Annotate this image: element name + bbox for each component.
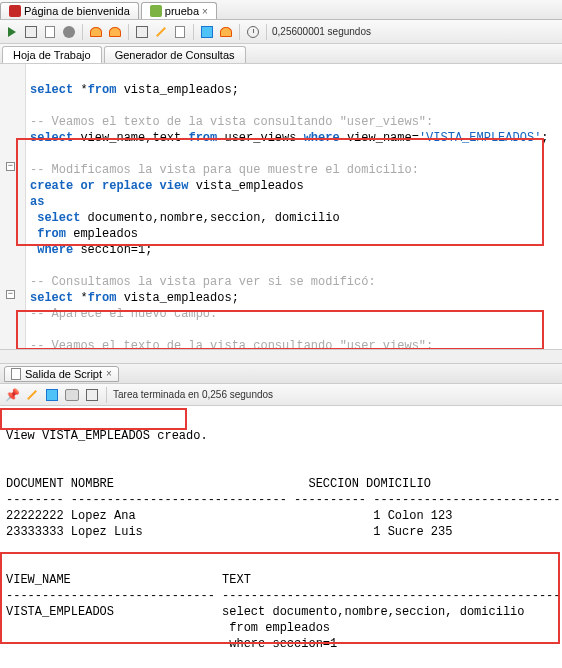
play-icon — [8, 27, 16, 37]
separator — [128, 24, 129, 40]
run-script-button[interactable] — [23, 24, 39, 40]
clear-button[interactable] — [153, 24, 169, 40]
commit-icon — [90, 27, 102, 37]
oracle-icon — [9, 5, 21, 17]
horizontal-scrollbar[interactable] — [0, 349, 562, 363]
close-icon[interactable]: × — [106, 368, 112, 379]
clock-button[interactable] — [245, 24, 261, 40]
fold-toggle[interactable]: − — [6, 162, 15, 171]
output-divider: ----------------------------- ----------… — [6, 589, 562, 603]
kw: from — [88, 83, 117, 97]
txt: * — [73, 291, 87, 305]
output-divider: -------- ------------------------------ … — [6, 493, 562, 507]
autotrace-icon — [63, 26, 75, 38]
file-tabs: Página de bienvenida prueba × — [0, 0, 562, 20]
db-icon — [220, 27, 232, 37]
txt: ; — [541, 131, 548, 145]
save-icon — [46, 389, 58, 401]
separator — [266, 24, 267, 40]
save-icon — [201, 26, 213, 38]
comment: -- Consultamos la vista para ver si se m… — [30, 275, 376, 289]
comment: -- Veamos el texto de la vista consultan… — [30, 115, 433, 129]
editor-gutter: − − — [0, 64, 26, 363]
worksheet-tabs: Hoja de Trabajo Generador de Consultas — [0, 44, 562, 64]
output-toolbar: 📌 Tarea terminada en 0,256 segundos — [0, 384, 562, 406]
kw: select — [30, 131, 73, 145]
script-output[interactable]: View VISTA_EMPLEADOS creado. DOCUMENT NO… — [0, 406, 562, 668]
txt: * — [73, 83, 87, 97]
str: 'VISTA_EMPLEADOS' — [419, 131, 541, 145]
explain-icon — [45, 26, 55, 38]
run-button[interactable] — [4, 24, 20, 40]
rollback-icon — [109, 27, 121, 37]
tab-querybuilder[interactable]: Generador de Consultas — [104, 46, 246, 63]
toggle-icon — [86, 389, 98, 401]
main-toolbar: 0,25600001 segundos — [0, 20, 562, 44]
kw: from — [188, 131, 217, 145]
history-icon — [175, 26, 185, 38]
autotrace-button[interactable] — [61, 24, 77, 40]
txt: user_views — [217, 131, 303, 145]
clock-icon — [247, 26, 259, 38]
tab-label: Página de bienvenida — [24, 5, 130, 17]
txt: vista_empleados; — [116, 291, 238, 305]
sql-editor[interactable]: − − select *from vista_empleados; -- Vea… — [0, 64, 562, 364]
txt: view_name,text — [73, 131, 188, 145]
sql-file-icon — [150, 5, 162, 17]
clear-button[interactable] — [24, 387, 40, 403]
output-header: VIEW_NAME TEXT — [6, 573, 251, 587]
kw: select — [30, 291, 73, 305]
output-tabs: Salida de Script × — [0, 364, 562, 384]
txt: view_name= — [340, 131, 419, 145]
fold-toggle[interactable]: − — [6, 290, 15, 299]
comment: -- Aparece el nuevo campo. — [30, 307, 217, 321]
explain-button[interactable] — [42, 24, 58, 40]
highlight-box-3 — [0, 408, 187, 430]
script-icon — [25, 26, 37, 38]
tab-prueba[interactable]: prueba × — [141, 2, 217, 19]
print-icon — [65, 389, 79, 401]
separator — [82, 24, 83, 40]
kw: from — [88, 291, 117, 305]
print-button[interactable] — [64, 387, 80, 403]
output-row: 22222222 Lopez Ana 1 Colon 123 — [6, 509, 452, 523]
comment: -- Modificamos la vista para que muestre… — [30, 163, 419, 177]
txt: seccion=1; — [73, 243, 152, 257]
code-area[interactable]: select *from vista_empleados; -- Veamos … — [30, 66, 549, 364]
txt: documento,nombre,seccion, domicilio — [80, 211, 339, 225]
close-icon[interactable]: × — [202, 6, 208, 17]
kw: from — [30, 227, 66, 241]
separator — [106, 387, 107, 403]
kw: where — [304, 131, 340, 145]
unshared-button[interactable] — [134, 24, 150, 40]
elapsed-time: 0,25600001 segundos — [272, 26, 371, 37]
kw: create or replace view — [30, 179, 188, 193]
script-tab-label: Salida de Script — [25, 368, 102, 380]
tab-script-output[interactable]: Salida de Script × — [4, 366, 119, 382]
kw: select — [30, 83, 73, 97]
kw: as — [30, 195, 44, 209]
save-output-button[interactable] — [44, 387, 60, 403]
separator — [193, 24, 194, 40]
commit-button[interactable] — [88, 24, 104, 40]
tab-welcome[interactable]: Página de bienvenida — [0, 2, 139, 19]
doc-icon — [136, 26, 148, 38]
toggle-button[interactable] — [84, 387, 100, 403]
kw: where — [30, 243, 73, 257]
task-status: Tarea terminada en 0,256 segundos — [113, 389, 273, 400]
rollback-button[interactable] — [107, 24, 123, 40]
txt: vista_empleados — [188, 179, 303, 193]
output-row: from empleados — [6, 621, 330, 635]
output-row: 23333333 Lopez Luis 1 Sucre 235 — [6, 525, 452, 539]
eraser-icon — [156, 27, 166, 37]
separator — [239, 24, 240, 40]
output-row: VISTA_EMPLEADOS select documento,nombre,… — [6, 605, 524, 619]
tab-label: prueba — [165, 5, 199, 17]
pin-button[interactable]: 📌 — [4, 387, 20, 403]
kw: select — [30, 211, 80, 225]
db-button[interactable] — [218, 24, 234, 40]
txt: vista_empleados; — [116, 83, 238, 97]
tab-worksheet[interactable]: Hoja de Trabajo — [2, 46, 102, 63]
save-button[interactable] — [199, 24, 215, 40]
sql-history-button[interactable] — [172, 24, 188, 40]
